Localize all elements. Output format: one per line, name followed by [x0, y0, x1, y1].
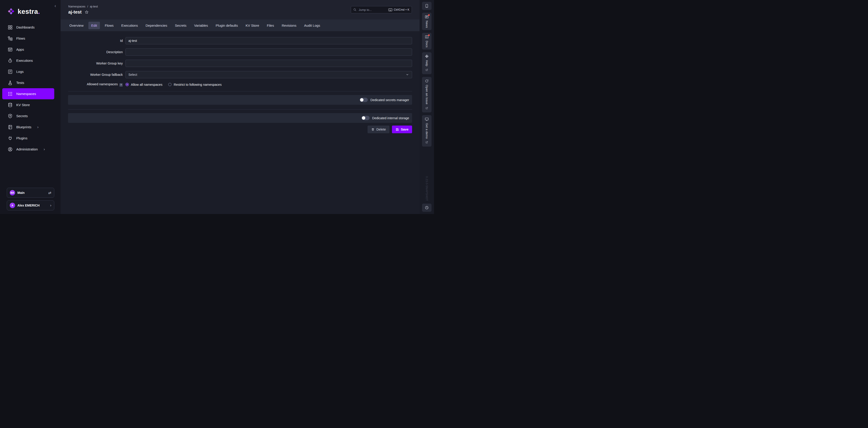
- sidebar-item-dashboards[interactable]: Dashboards: [2, 22, 54, 33]
- rail-help-button[interactable]: Help: [422, 52, 432, 74]
- rail-help-label: Help: [425, 60, 428, 66]
- help-icon[interactable]: ?: [119, 83, 123, 87]
- version-label: 0.23.0-SNAPSHOT: [425, 176, 428, 201]
- device-icon: [425, 4, 429, 8]
- tab-audit-logs[interactable]: Audit Logs: [301, 22, 323, 29]
- sidebar-item-label: Administration: [16, 147, 38, 151]
- rail-device-button[interactable]: [422, 2, 432, 10]
- history-icon: [425, 206, 429, 210]
- select-value: Select: [128, 73, 137, 77]
- sidebar-item-flows[interactable]: Flows: [2, 33, 54, 44]
- flows-icon: [8, 36, 13, 41]
- search-input[interactable]: [358, 8, 381, 12]
- notification-dot: [428, 14, 430, 16]
- tab-flows[interactable]: Flows: [102, 22, 116, 29]
- logo-dot: .: [38, 8, 40, 15]
- favorite-star-icon[interactable]: [85, 10, 89, 14]
- sidebar-item-kv-store[interactable]: KV Store: [2, 99, 54, 110]
- rail-get-demo-button[interactable]: Get a demo: [422, 115, 432, 147]
- user-menu[interactable]: A Alex EMERICH ›: [7, 200, 54, 210]
- tab-kv-store[interactable]: KV Store: [243, 22, 262, 29]
- kestra-logo: kestra.: [7, 8, 61, 16]
- rail-docs-label: Docs: [425, 41, 428, 48]
- sidebar-item-label: Flows: [16, 36, 25, 40]
- save-button[interactable]: Save: [392, 125, 412, 133]
- sidebar-item-secrets[interactable]: Secrets: [2, 110, 54, 121]
- allowed-namespaces-label: Allowed namespaces?: [68, 82, 125, 87]
- chevron-right-icon: ›: [43, 147, 45, 151]
- tenant-switcher[interactable]: MA Main ⇄: [7, 188, 54, 198]
- chevron-down-icon: [405, 73, 409, 77]
- tab-plugin-defaults[interactable]: Plugin defaults: [213, 22, 241, 29]
- internal-storage-row: Dedicated internal storage: [68, 113, 412, 123]
- dedicated-secrets-label: Dedicated secrets manager: [370, 98, 409, 102]
- chevron-right-icon: ›: [37, 125, 39, 130]
- trash-icon: [371, 128, 375, 131]
- tab-variables[interactable]: Variables: [191, 22, 211, 29]
- sidebar-item-label: Tests: [16, 81, 24, 85]
- notebook-icon: [8, 125, 13, 130]
- save-icon: [396, 128, 399, 131]
- breadcrumb-separator: /: [87, 5, 88, 8]
- rail-news-button[interactable]: News: [422, 13, 432, 30]
- sidebar-item-namespaces[interactable]: Namespaces: [2, 88, 54, 99]
- sidebar-item-executions[interactable]: Executions: [2, 55, 54, 66]
- main-area: Namespaces / aj-test aj-test Ctrl/Cmd + …: [61, 0, 420, 214]
- worker-group-fallback-select[interactable]: Select: [125, 71, 412, 78]
- description-label: Description: [68, 50, 125, 54]
- tab-edit[interactable]: Edit: [88, 22, 100, 29]
- breadcrumb: Namespaces / aj-test: [68, 5, 98, 8]
- dedicated-secrets-toggle[interactable]: [360, 98, 368, 102]
- help-puzzle-icon: [425, 54, 429, 58]
- rail-history-button[interactable]: [422, 204, 432, 212]
- tab-files[interactable]: Files: [264, 22, 277, 29]
- sidebar-collapse-button[interactable]: ‹: [53, 3, 57, 8]
- sidebar-item-apps[interactable]: Apps: [2, 44, 54, 55]
- tab-dependencies[interactable]: Dependencies: [143, 22, 170, 29]
- tab-secrets[interactable]: Secrets: [172, 22, 189, 29]
- radio-label: Restrict to following namespaces: [174, 83, 221, 86]
- refresh-icon: [425, 79, 429, 83]
- sidebar-item-label: Executions: [16, 59, 33, 62]
- worker-group-key-label: Worker Group key: [68, 61, 125, 65]
- sidebar-item-blueprints[interactable]: Blueprints ›: [2, 121, 54, 133]
- form-actions: Delete Save: [68, 125, 412, 133]
- sidebar-item-label: Plugins: [16, 136, 27, 140]
- tab-overview[interactable]: Overview: [66, 22, 87, 29]
- sidebar-item-logs[interactable]: Logs: [2, 66, 54, 77]
- jump-to-search[interactable]: Ctrl/Cmd + K: [351, 6, 412, 13]
- namespaces-icon: [8, 91, 13, 96]
- external-link-icon: [426, 141, 428, 145]
- radio-button-icon: [125, 83, 129, 86]
- monitor-icon: [425, 117, 429, 121]
- worker-group-key-input[interactable]: [125, 60, 412, 67]
- radio-button-icon: [168, 83, 172, 86]
- dedicated-storage-toggle[interactable]: [362, 116, 370, 120]
- tab-revisions[interactable]: Revisions: [279, 22, 299, 29]
- description-input[interactable]: [125, 49, 412, 56]
- breadcrumb-namespaces[interactable]: Namespaces: [68, 5, 86, 8]
- id-label: Id: [68, 39, 125, 42]
- executions-icon: [8, 58, 13, 63]
- dedicated-storage-label: Dedicated internal storage: [372, 116, 409, 120]
- rail-get-demo-label: Get a demo: [425, 123, 428, 139]
- breadcrumb-current[interactable]: aj-test: [90, 5, 98, 8]
- rail-docs-button[interactable]: Docs: [422, 33, 432, 50]
- rail-open-issue-button[interactable]: Open an Issue: [422, 77, 432, 112]
- tab-executions[interactable]: Executions: [119, 22, 141, 29]
- id-input[interactable]: [125, 37, 412, 44]
- radio-allow-all[interactable]: Allow all namespaces: [125, 83, 162, 86]
- kestra-logo-icon: [7, 8, 15, 16]
- sidebar-nav: Dashboards Flows Apps Executions Logs Te…: [0, 22, 61, 155]
- notification-dot: [428, 34, 430, 36]
- shield-lock-icon: [8, 114, 13, 118]
- sidebar-item-administration[interactable]: Administration ›: [2, 144, 54, 155]
- sidebar-item-tests[interactable]: Tests: [2, 77, 54, 88]
- delete-button[interactable]: Delete: [368, 125, 390, 133]
- external-link-icon: [426, 106, 428, 110]
- sidebar-item-label: Dashboards: [16, 25, 35, 29]
- sidebar-item-plugins[interactable]: Plugins: [2, 133, 54, 144]
- radio-restrict[interactable]: Restrict to following namespaces: [168, 83, 221, 86]
- switch-tenant-icon: ⇄: [49, 191, 51, 195]
- sidebar-item-label: KV Store: [16, 103, 30, 107]
